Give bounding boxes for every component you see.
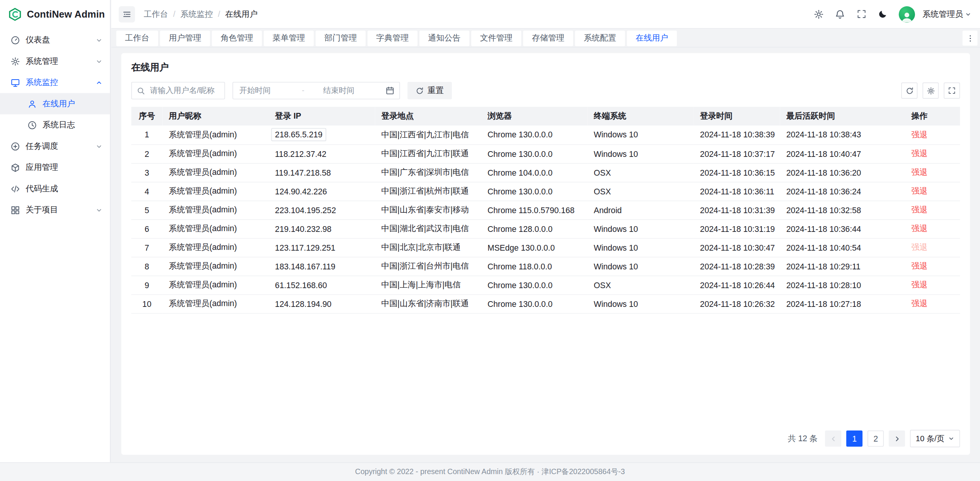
force-logout-link[interactable]: 强退: [911, 298, 927, 308]
sidebar-item-online-user[interactable]: 在线用户: [0, 93, 110, 114]
login-time-cell: 2024-11-18 10:36:11: [694, 182, 780, 201]
sidebar-item-app-management[interactable]: 应用管理: [0, 157, 110, 178]
sidebar-item-dashboard[interactable]: 仪表盘: [0, 29, 110, 51]
tab-dept-management[interactable]: 部门管理: [315, 30, 366, 46]
tab-system-config[interactable]: 系统配置: [575, 30, 625, 46]
settings-button[interactable]: [810, 5, 828, 23]
os-cell: Windows 10: [588, 126, 694, 144]
column-settings-button[interactable]: [923, 83, 939, 99]
location-cell: 中国|浙江省|杭州市|联通: [375, 182, 482, 201]
dark-mode-button[interactable]: [874, 5, 891, 23]
login-time-cell: 2024-11-18 10:38:39: [694, 126, 780, 144]
column-header-location: 登录地点: [375, 107, 482, 126]
tab-workbench[interactable]: 工作台: [116, 30, 158, 46]
sidebar-item-code-generation[interactable]: 代码生成: [0, 178, 110, 199]
app-logo[interactable]: ContiNew Admin: [0, 0, 110, 29]
user-avatar[interactable]: [899, 6, 915, 22]
prev-page-button[interactable]: [825, 430, 841, 447]
page-size-select[interactable]: 10 条/页: [910, 430, 960, 447]
index-cell: 7: [131, 238, 163, 257]
page-button-2[interactable]: 2: [867, 430, 884, 447]
force-logout-link[interactable]: 强退: [911, 280, 927, 289]
last-active-cell: 2024-11-18 10:27:18: [780, 294, 905, 313]
actions-cell: 强退: [905, 276, 960, 294]
sidebar-item-task-schedule[interactable]: 任务调度: [0, 135, 110, 157]
last-active-cell: 2024-11-18 10:29:11: [780, 257, 905, 276]
browser-cell: Chrome 130.0.0.0: [481, 294, 588, 313]
sidebar-menu: 仪表盘 系统管理 系统监控: [0, 29, 110, 220]
next-page-button[interactable]: [889, 430, 905, 447]
tab-storage-management[interactable]: 存储管理: [523, 30, 573, 46]
force-logout-link[interactable]: 强退: [911, 186, 927, 196]
nickname-cell: 系统管理员(admin): [162, 201, 269, 219]
sidebar-item-about-project[interactable]: 关于项目: [0, 199, 110, 221]
force-logout-link[interactable]: 强退: [911, 205, 927, 214]
table-row: 8 系统管理员(admin) 183.148.167.119 中国|浙江省|台州…: [131, 257, 960, 276]
sidebar-item-system-management[interactable]: 系统管理: [0, 51, 110, 72]
ip-cell: 119.147.218.58: [275, 168, 331, 177]
chevron-down-icon: [96, 58, 103, 65]
login-time-cell: 2024-11-18 10:31:19: [694, 219, 780, 238]
end-time-input[interactable]: [307, 86, 383, 96]
pagination: 共 12 条 1 2 10 条/页: [788, 430, 960, 447]
breadcrumb-item[interactable]: 工作台: [144, 8, 168, 20]
app-title: ContiNew Admin: [27, 9, 105, 20]
location-cell: 中国|北京|北京市|联通: [375, 238, 482, 257]
tab-user-management[interactable]: 用户管理: [160, 30, 210, 46]
force-logout-link[interactable]: 强退: [911, 242, 927, 251]
tab-dict-management[interactable]: 字典管理: [368, 30, 418, 46]
page-button-1[interactable]: 1: [846, 430, 862, 447]
sidebar-collapse-button[interactable]: [119, 6, 135, 22]
sidebar-item-label: 关于项目: [26, 204, 58, 215]
os-cell: OSX: [588, 182, 694, 201]
expand-table-button[interactable]: [944, 83, 960, 99]
tab-online-user[interactable]: 在线用户: [627, 30, 677, 46]
index-cell: 10: [131, 294, 163, 313]
table-row: 3 系统管理员(admin) 119.147.218.58 中国|广东省|深圳市…: [131, 163, 960, 182]
nickname-cell: 系统管理员(admin): [162, 238, 269, 257]
table-row: 10 系统管理员(admin) 124.128.194.90 中国|山东省|济南…: [131, 294, 960, 313]
table-row: 9 系统管理员(admin) 61.152.168.60 中国|上海|上海市|电…: [131, 276, 960, 294]
os-cell: OSX: [588, 276, 694, 294]
refresh-table-button[interactable]: [901, 83, 917, 99]
browser-cell: Chrome 130.0.0.0: [481, 182, 588, 201]
top-header: 工作台 / 系统监控 / 在线用户: [111, 0, 980, 29]
force-logout-link[interactable]: 强退: [911, 130, 927, 139]
chevron-down-icon: [96, 37, 103, 44]
force-logout-link[interactable]: 强退: [911, 223, 927, 233]
tab-role-management[interactable]: 角色管理: [212, 30, 262, 46]
force-logout-link[interactable]: 强退: [911, 261, 927, 270]
sidebar-item-system-monitor[interactable]: 系统监控: [0, 72, 110, 93]
date-range-picker: -: [232, 82, 400, 99]
login-time-cell: 2024-11-18 10:26:44: [694, 276, 780, 294]
force-logout-link[interactable]: 强退: [911, 149, 927, 158]
pagination-total: 共 12 条: [788, 433, 818, 444]
start-time-input[interactable]: [238, 86, 299, 96]
tab-more-button[interactable]: [962, 31, 977, 46]
index-cell: 6: [131, 219, 163, 238]
breadcrumb-item[interactable]: 系统监控: [180, 8, 213, 20]
notifications-button[interactable]: [831, 5, 849, 23]
user-menu[interactable]: 系统管理员: [923, 8, 971, 20]
breadcrumb: 工作台 / 系统监控 / 在线用户: [144, 8, 258, 20]
tab-notice[interactable]: 通知公告: [420, 30, 470, 46]
sidebar: ContiNew Admin 仪表盘 系统管理: [0, 0, 111, 462]
fullscreen-button[interactable]: [853, 5, 870, 23]
sidebar-item-system-log[interactable]: 系统日志: [0, 114, 110, 136]
nickname-cell: 系统管理员(admin): [162, 257, 269, 276]
sidebar-item-label: 代码生成: [26, 183, 58, 194]
fullscreen-icon: [948, 87, 956, 95]
breadcrumb-separator: /: [218, 9, 220, 18]
monitor-icon: [11, 78, 20, 87]
column-header-actions: 操作: [905, 107, 960, 126]
last-active-cell: 2024-11-18 10:36:24: [780, 182, 905, 201]
location-cell: 中国|山东省|泰安市|移动: [375, 201, 482, 219]
ip-cell-wrap: 61.152.168.60: [269, 276, 375, 294]
reset-button[interactable]: 重置: [407, 82, 452, 99]
tab-menu-management[interactable]: 菜单管理: [264, 30, 314, 46]
tab-file-management[interactable]: 文件管理: [471, 30, 521, 46]
ip-cell: 219.140.232.98: [275, 224, 332, 233]
search-input[interactable]: [149, 86, 219, 96]
force-logout-link[interactable]: 强退: [911, 168, 927, 177]
ip-cell: 118.212.37.42: [275, 149, 326, 158]
